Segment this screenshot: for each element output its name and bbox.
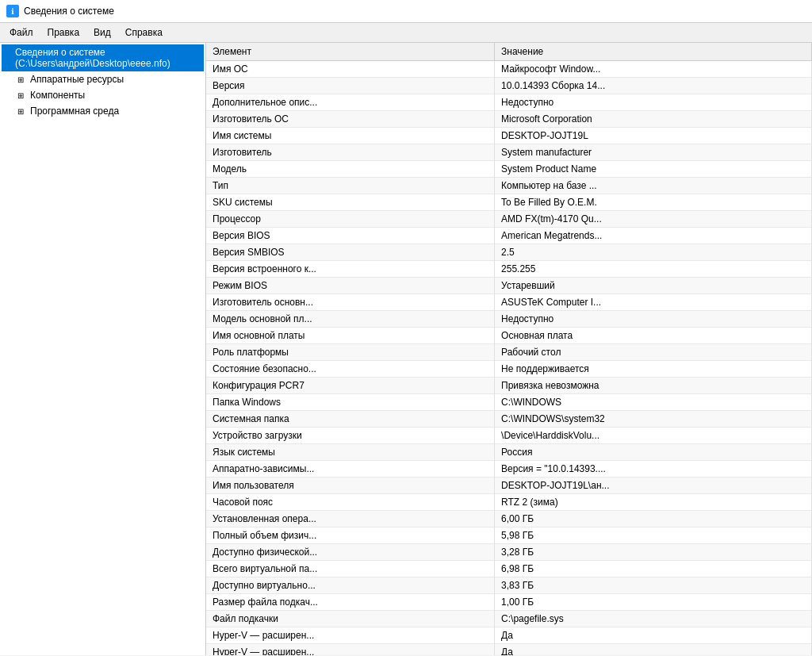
window-title: Сведения о системе	[24, 6, 114, 17]
table-row[interactable]: Изготовитель ОСMicrosoft Corporation	[206, 111, 812, 128]
cell-element-0: Имя ОС	[206, 61, 495, 78]
cell-element-5: Изготовитель	[206, 144, 495, 161]
tree-item-0[interactable]: Сведения о системе (C:\Users\андрей\Desk…	[2, 44, 204, 71]
cell-value-14: ASUSTeK Computer I...	[495, 294, 812, 311]
cell-value-26: RTZ 2 (зима)	[495, 494, 812, 511]
cell-value-7: Компьютер на базе ...	[495, 178, 812, 194]
table-row[interactable]: Язык системыРоссия	[206, 444, 812, 461]
cell-value-9: AMD FX(tm)-4170 Qu...	[495, 211, 812, 228]
table-row[interactable]: SKU системыTo Be Filled By O.E.M.	[206, 194, 812, 211]
table-row[interactable]: Имя системыDESKTOP-JOJT19L	[206, 128, 812, 144]
cell-value-3: Microsoft Corporation	[495, 111, 812, 128]
table-row[interactable]: МодельSystem Product Name	[206, 161, 812, 178]
cell-element-32: Размер файла подкач...	[206, 594, 495, 611]
table-row[interactable]: Конфигурация PCR7Привязка невозможна	[206, 378, 812, 394]
tree-item-3[interactable]: ⊞Программная среда	[2, 103, 204, 119]
left-panel: Сведения о системе (C:\Users\андрей\Desk…	[0, 43, 206, 655]
cell-value-18: Не поддерживается	[495, 361, 812, 378]
table-row[interactable]: Системная папкаC:\WINDOWS\system32	[206, 411, 812, 428]
table-row[interactable]: Файл подкачкиC:\pagefile.sys	[206, 611, 812, 627]
table-row[interactable]: Доступно физической...3,28 ГБ	[206, 544, 812, 561]
table-row[interactable]: Имя пользователяDESKTOP-JOJT19L\ан...	[206, 478, 812, 494]
table-row[interactable]: Роль платформыРабочий стол	[206, 344, 812, 361]
cell-element-2: Дополнительное опис...	[206, 94, 495, 111]
cell-value-15: Недоступно	[495, 311, 812, 328]
cell-value-29: 3,28 ГБ	[495, 544, 812, 561]
cell-element-16: Имя основной платы	[206, 328, 495, 344]
cell-value-34: Да	[495, 627, 812, 644]
cell-element-15: Модель основной пл...	[206, 311, 495, 328]
table-row[interactable]: Версия SMBIOS2.5	[206, 244, 812, 261]
menu-help[interactable]: Справка	[119, 25, 169, 40]
table-row[interactable]: Режим BIOSУстаревший	[206, 278, 812, 294]
table-row[interactable]: Устройство загрузки\Device\HarddiskVolu.…	[206, 428, 812, 444]
table-row[interactable]: Полный объем физич...5,98 ГБ	[206, 527, 812, 544]
cell-value-6: System Product Name	[495, 161, 812, 178]
table-row[interactable]: Версия встроенного к...255.255	[206, 261, 812, 278]
right-panel: Элемент Значение Имя ОСМайкрософт Window…	[206, 43, 812, 655]
cell-value-35: Да	[495, 644, 812, 656]
tree-expander-2[interactable]: ⊞	[17, 91, 27, 100]
cell-element-21: Системная папка	[206, 411, 495, 428]
cell-value-12: 255.255	[495, 261, 812, 278]
cell-element-14: Изготовитель основн...	[206, 294, 495, 311]
cell-element-19: Конфигурация PCR7	[206, 378, 495, 394]
cell-element-3: Изготовитель ОС	[206, 111, 495, 128]
table-row[interactable]: Изготовитель основн...ASUSTeK Computer I…	[206, 294, 812, 311]
cell-element-22: Устройство загрузки	[206, 428, 495, 444]
table-row[interactable]: Hyper-V — расширен...Да	[206, 644, 812, 656]
table-row[interactable]: Модель основной пл...Недоступно	[206, 311, 812, 328]
cell-value-31: 3,83 ГБ	[495, 577, 812, 594]
cell-value-19: Привязка невозможна	[495, 378, 812, 394]
table-row[interactable]: Размер файла подкач...1,00 ГБ	[206, 594, 812, 611]
table-row[interactable]: Состояние безопасно...Не поддерживается	[206, 361, 812, 378]
cell-value-17: Рабочий стол	[495, 344, 812, 361]
tree-expander-1[interactable]: ⊞	[17, 75, 27, 84]
cell-value-4: DESKTOP-JOJT19L	[495, 128, 812, 144]
cell-element-29: Доступно физической...	[206, 544, 495, 561]
cell-element-25: Имя пользователя	[206, 478, 495, 494]
table-row[interactable]: Аппаратно-зависимы...Версия = "10.0.1439…	[206, 461, 812, 478]
menu-view[interactable]: Вид	[87, 25, 117, 40]
table-row[interactable]: ТипКомпьютер на базе ...	[206, 178, 812, 194]
table-row[interactable]: Часовой поясRTZ 2 (зима)	[206, 494, 812, 511]
table-row[interactable]: ИзготовительSystem manufacturer	[206, 144, 812, 161]
app-icon: ℹ	[6, 5, 19, 17]
cell-element-12: Версия встроенного к...	[206, 261, 495, 278]
menu-file[interactable]: Файл	[3, 25, 40, 40]
table-row[interactable]: Доступно виртуально...3,83 ГБ	[206, 577, 812, 594]
cell-value-27: 6,00 ГБ	[495, 511, 812, 527]
menu-edit[interactable]: Правка	[41, 25, 86, 40]
cell-element-1: Версия	[206, 78, 495, 94]
cell-value-11: 2.5	[495, 244, 812, 261]
cell-element-20: Папка Windows	[206, 394, 495, 411]
table-row[interactable]: Установленная опера...6,00 ГБ	[206, 511, 812, 527]
table-row[interactable]: ПроцессорAMD FX(tm)-4170 Qu...	[206, 211, 812, 228]
cell-element-13: Режим BIOS	[206, 278, 495, 294]
tree-label-0: Сведения о системе (C:\Users\андрей\Desk…	[15, 47, 201, 69]
table-row[interactable]: Папка WindowsC:\WINDOWS	[206, 394, 812, 411]
cell-value-1: 10.0.14393 Сборка 14...	[495, 78, 812, 94]
cell-element-35: Hyper-V — расширен...	[206, 644, 495, 656]
tree-item-1[interactable]: ⊞Аппаратные ресурсы	[2, 71, 204, 87]
table-row[interactable]: Всего виртуальной па...6,98 ГБ	[206, 561, 812, 577]
cell-value-2: Недоступно	[495, 94, 812, 111]
cell-value-28: 5,98 ГБ	[495, 527, 812, 544]
tree-label-1: Аппаратные ресурсы	[30, 74, 124, 85]
cell-value-33: C:\pagefile.sys	[495, 611, 812, 627]
tree-expander-3[interactable]: ⊞	[17, 107, 27, 116]
tree-label-2: Компоненты	[30, 90, 85, 101]
tree-item-2[interactable]: ⊞Компоненты	[2, 87, 204, 103]
table-body: Имя ОСМайкрософт Window...Версия10.0.143…	[206, 61, 812, 656]
cell-element-18: Состояние безопасно...	[206, 361, 495, 378]
table-row[interactable]: Версия10.0.14393 Сборка 14...	[206, 78, 812, 94]
cell-element-8: SKU системы	[206, 194, 495, 211]
table-row[interactable]: Имя ОСМайкрософт Window...	[206, 61, 812, 78]
table-row[interactable]: Hyper-V — расширен...Да	[206, 627, 812, 644]
cell-value-8: To Be Filled By O.E.M.	[495, 194, 812, 211]
table-row[interactable]: Имя основной платыОсновная плата	[206, 328, 812, 344]
table-row[interactable]: Версия BIOSAmerican Megatrends...	[206, 228, 812, 244]
cell-element-11: Версия SMBIOS	[206, 244, 495, 261]
cell-value-13: Устаревший	[495, 278, 812, 294]
table-row[interactable]: Дополнительное опис...Недоступно	[206, 94, 812, 111]
